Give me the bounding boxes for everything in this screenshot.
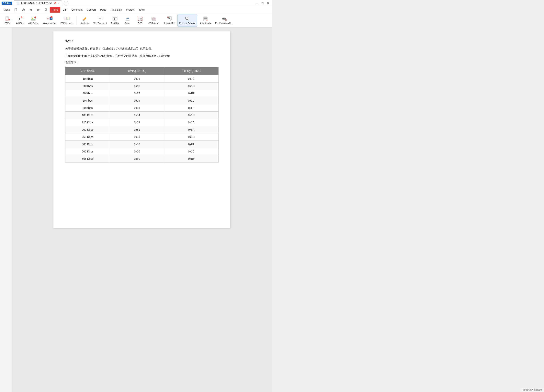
svg-point-50 (223, 18, 225, 20)
highlight-button[interactable]: Highlight ▾ (78, 14, 91, 27)
svg-marker-3 (45, 9, 47, 11)
svg-rect-28 (98, 17, 102, 20)
table-cell-3-0: 50 Kbps (65, 97, 110, 104)
menu-item-menu[interactable]: Menu (2, 7, 12, 12)
add-picture-icon: + (31, 16, 36, 22)
menu-item-fill-sign[interactable]: Fill & Sign (108, 7, 124, 12)
snip-pin-label: Snip and Pin (164, 22, 175, 24)
content-area: 备注： 关于滤波器的设置，请参照：《9.附件2：CAN参数设置.pdf》说明文档… (0, 28, 272, 392)
eye-protect-label: Eye Protection M... (215, 22, 233, 24)
table-cell-4-0: 80 Kbps (65, 104, 110, 112)
tab-active[interactable]: 📄 4.接口函数库（...用说明书.pdf 📌 ✕ (14, 0, 62, 6)
eye-protect-icon (221, 16, 227, 22)
table-cell-8-1: 0x01 (110, 133, 164, 141)
table-row: 40 Kbps0x870xFF (65, 90, 219, 97)
auto-scroll-button[interactable]: Auto Scroll ▾ (198, 14, 213, 27)
menu-item-convert[interactable]: Convert (85, 7, 98, 12)
table-cell-8-2: 0x1C (164, 133, 218, 141)
window-controls: ─ □ ✕ (255, 1, 270, 6)
table-cell-8-0: 250 Kbps (65, 133, 110, 141)
para1-suffix: 》说明文档。 (137, 47, 154, 50)
svg-text:PDF: PDF (47, 18, 49, 19)
pdf-to-image-button[interactable]: PDF → PDF to Image (59, 14, 75, 27)
ocr-area-button[interactable]: OCR OCR Area ▾ (147, 14, 161, 27)
ocr-label: OCR (138, 22, 142, 24)
table-cell-9-1: 0x80 (110, 141, 164, 148)
menu-item-edit[interactable] (20, 7, 27, 12)
svg-rect-5 (5, 17, 7, 18)
ocr-area-label: OCR Area ▾ (148, 22, 160, 24)
menu-item-protect[interactable]: Protect (124, 7, 136, 12)
ocr-area-icon: OCR (151, 16, 157, 22)
menu-bar: Menu Home Edit Comment Convert Page Fi (0, 6, 272, 13)
file-icon (14, 8, 18, 12)
table-cell-4-1: 0x83 (110, 104, 164, 112)
table-cell-10-0: 500 Kbps (65, 148, 110, 155)
tab-close-icon[interactable]: ✕ (58, 2, 59, 5)
table-cell-11-1: 0x80 (110, 155, 164, 163)
add-text-button[interactable]: T + Add Text (14, 14, 26, 27)
undo-icon (29, 8, 32, 12)
table-cell-5-0: 100 Kbps (65, 112, 110, 119)
table-row: 200 Kbps0x810xFA (65, 126, 219, 133)
menu-item-home[interactable]: Home (50, 7, 60, 12)
snip-pin-button[interactable]: Snip and Pin (162, 14, 177, 27)
table-cell-2-2: 0xFF (164, 90, 218, 97)
table-cell-11-0: 666 Kbps (65, 155, 110, 163)
svg-text:PDF: PDF (6, 19, 8, 21)
sign-icon (125, 16, 130, 22)
table-header-1: Timing0(BTR0) (110, 67, 164, 75)
menu-item-comment[interactable]: Comment (70, 7, 84, 12)
find-replace-button[interactable]: f Find and Replace (177, 14, 197, 27)
maximize-button[interactable]: □ (260, 1, 265, 6)
add-picture-label: Add Picture (28, 22, 39, 24)
tab-title: 4.接口函数库（...用说明书.pdf (21, 2, 52, 5)
svg-point-40 (167, 17, 168, 18)
minimize-button[interactable]: ─ (255, 1, 260, 6)
svg-rect-1 (15, 8, 16, 9)
table-cell-9-0: 400 Kbps (65, 141, 110, 148)
para1: 关于滤波器的设置，请参照：《9.附件2：CAN参数设置.pdf》说明文档。 (65, 46, 219, 51)
table-cell-7-2: 0xFA (164, 126, 218, 133)
sign-button[interactable]: Sign ▾ (122, 14, 133, 27)
menu-item-page[interactable]: Page (98, 7, 108, 12)
pdf-icon: PDF P (5, 16, 10, 22)
tab-pdf-icon: 📄 (16, 2, 20, 5)
text-box-button[interactable]: T Text Box (109, 14, 121, 27)
svg-text:T: T (19, 18, 20, 20)
text-comment-button[interactable]: Text Comment (92, 14, 108, 27)
menu-item-tools[interactable]: Tools (137, 7, 147, 12)
table-row: 10 Kbps0x310x1C (65, 75, 219, 82)
pdf-to-word-label: PDF to Word ▾ (43, 22, 56, 25)
pdf-label: PDF ▾ (5, 22, 10, 24)
svg-text:+: + (35, 17, 35, 18)
add-picture-button[interactable]: + Add Picture (27, 14, 41, 27)
menu-item-history[interactable] (42, 7, 49, 12)
table-cell-3-1: 0x09 (110, 97, 164, 104)
window-close-button[interactable]: ✕ (266, 1, 270, 6)
eye-protect-button[interactable]: Eye Protection M... (214, 14, 234, 27)
table-cell-0-1: 0x31 (110, 75, 164, 82)
table-row: 125 Kbps0x030x1C (65, 119, 219, 126)
svg-text:+: + (21, 17, 22, 18)
pdf-to-image-label: PDF to Image (60, 22, 73, 24)
menu-item-edit-text[interactable]: Edit (61, 7, 69, 12)
left-sidebar (0, 28, 12, 392)
menu-item-redo[interactable] (35, 7, 42, 12)
table-cell-3-2: 0x1C (164, 97, 218, 104)
pdf-to-word-button[interactable]: PDF → W ! PDF to Word ▾ (41, 14, 58, 27)
menu-item-undo[interactable] (27, 7, 34, 12)
table-cell-1-2: 0x1C (164, 82, 218, 90)
table-row: 80 Kbps0x830xFF (65, 104, 219, 112)
pdf-button[interactable]: PDF P PDF ▾ (2, 14, 13, 27)
table-cell-10-1: 0x00 (110, 148, 164, 155)
menu-item-file[interactable] (12, 7, 19, 12)
auto-scroll-icon (203, 16, 208, 22)
history-icon (44, 8, 47, 12)
ocr-button[interactable]: OCR OCR (134, 14, 146, 27)
title-bar: S Office 📄 4.接口函数库（...用说明书.pdf 📌 ✕ + ─ □… (0, 0, 272, 6)
snip-pin-icon (166, 16, 172, 22)
add-tab-button[interactable]: + (64, 1, 68, 6)
pdf-to-image-icon: PDF → (64, 16, 70, 22)
para1-ref: 9.附件2：CAN参数设置.pdf (104, 47, 137, 50)
